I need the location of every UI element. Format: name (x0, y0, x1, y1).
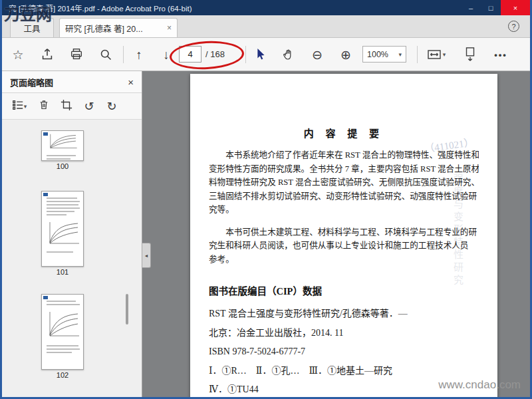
select-tool-button[interactable] (249, 44, 271, 65)
tab-close-icon[interactable]: × (167, 23, 172, 33)
page-scrolling-button[interactable] (458, 44, 482, 65)
print-button[interactable] (66, 44, 87, 65)
search-icon (99, 48, 113, 62)
thumbnail-chart (42, 220, 83, 247)
page-count-label: / 168 (205, 49, 225, 59)
previous-page-button[interactable]: ↑ (128, 44, 150, 65)
crop-pages-button[interactable] (57, 96, 76, 116)
text-line: 料物理特性研究及 RST 混合土密度试验研究、无侧限抗压强度试验研究、 (209, 176, 479, 190)
arrow-up-icon: ↑ (136, 49, 142, 61)
chevron-down-icon: ▾ (443, 51, 446, 58)
thumbnail-options-button[interactable]: ▾ (7, 96, 31, 116)
tab-document[interactable]: 研究 [孔德森 著] 20... × (59, 18, 178, 37)
collapse-arrow-icon: ◄ (144, 253, 149, 258)
rotate-ccw-button[interactable]: ↺ (79, 96, 99, 116)
star-icon: ☆ (12, 49, 23, 61)
content-area: 页面缩略图 × ▾ ↺ ↻ (2, 71, 530, 397)
paragraph-2: 本书可供土木建筑工程、材料科学与工程、环境科学与工程专业的研 究生和科研人员阅读… (209, 225, 479, 267)
minus-circle-icon: ⊖ (312, 49, 323, 61)
hand-icon (281, 47, 295, 62)
page-thumbnails-panel: 页面缩略图 × ▾ ↺ ↻ (2, 71, 142, 397)
window-controls: – □ × (461, 0, 530, 15)
toolbar-separator (417, 46, 418, 63)
share-icon (40, 47, 55, 62)
share-button[interactable] (37, 44, 58, 65)
close-icon: × (513, 4, 517, 12)
panel-title: 页面缩略图 (10, 76, 53, 88)
ellipsis-icon: ••• (494, 50, 507, 60)
more-tools-button[interactable]: ••• (490, 44, 511, 65)
tab-tools-label: 工具 (23, 22, 40, 35)
page-number-input[interactable] (179, 46, 201, 63)
crop-icon (61, 99, 72, 114)
page-scrolling-icon (463, 47, 477, 63)
favorites-button[interactable]: ☆ (7, 44, 29, 65)
thumbnail-page-100[interactable]: 100 (41, 130, 84, 171)
panel-collapse-handle[interactable]: ◄ (142, 243, 151, 268)
thumbnail-page-number: 101 (41, 268, 84, 277)
search-button[interactable] (95, 44, 116, 65)
text-line: 究等。 (209, 203, 479, 217)
zoom-in-button[interactable]: ⊕ (335, 44, 356, 65)
chevron-down-icon: ▾ (398, 51, 402, 58)
text-line: 究生和科研人员阅读，也可供从事以上专业设计和施工的工程技术人员 (209, 239, 479, 253)
pdf-page: 内 容 提 要 本书系统地介绍了作者近年来在 RST 混合土的物理特性、强度特性… (190, 74, 497, 397)
help-icon: ? (511, 23, 515, 31)
toolbar-separator (123, 46, 124, 63)
rotate-cw-button[interactable]: ↻ (102, 96, 122, 116)
panel-scrollbar[interactable] (126, 294, 128, 325)
thumbnail-image (41, 294, 84, 370)
printer-icon (69, 47, 84, 62)
options-list-icon (12, 99, 24, 114)
minimize-icon: – (469, 4, 473, 12)
cip-heading: 图书在版编目（CIP）数据 (209, 283, 479, 297)
plus-circle-icon: ⊕ (340, 49, 351, 61)
hand-tool-button[interactable] (277, 44, 299, 65)
text-line: 参考。 (209, 253, 479, 267)
panel-header: 页面缩略图 × (2, 71, 142, 93)
rotate-ccw-icon: ↺ (84, 100, 94, 112)
document-view: ◄ 内 容 提 要 本书系统地介绍了作者近年来在 RST 混合土的物理特性、强度… (142, 71, 530, 397)
faint-vertical-watermark: 强度与变形特性研究 (451, 174, 465, 287)
trash-icon (38, 98, 50, 114)
chevron-down-icon: ▾ (24, 103, 27, 110)
toolbar-separator (245, 46, 246, 63)
page-number-group: / 168 (179, 46, 225, 63)
thumbnail-page-102[interactable]: 102 (41, 294, 84, 380)
zoom-out-button[interactable]: ⊖ (307, 44, 328, 65)
tab-tools[interactable]: 工具 (10, 18, 54, 37)
text-line: 本书可供土木建筑工程、材料科学与工程、环境科学与工程专业的研 (209, 225, 479, 239)
fit-width-icon (427, 48, 443, 61)
cursor-icon (253, 47, 267, 62)
text-line: Ⅰ．①R… Ⅱ．①孔… Ⅲ．①地基土—研究 (209, 362, 479, 381)
panel-toolbar: ▾ ↺ ↻ (2, 93, 142, 120)
title-bar: 究 [孔德森 著] 2014年.pdf - Adobe Acrobat Pro … (2, 0, 530, 15)
zoom-level-dropdown[interactable]: 100% ▾ (362, 46, 406, 63)
rotate-cw-icon: ↻ (106, 100, 116, 112)
thumbnail-chart (42, 133, 83, 150)
text-line: ISBN 978-7-5024-6777-7 (209, 342, 479, 362)
maximize-icon: □ (489, 4, 493, 12)
thumbnail-page-101[interactable]: 101 (41, 191, 84, 277)
maximize-button[interactable]: □ (481, 0, 501, 15)
main-toolbar: ☆ ↑ ↓ / 168 ⊖ ⊕ 100% ▾ (2, 38, 530, 71)
tab-bar: 工具 研究 [孔德森 著] 20... × ? (2, 15, 530, 38)
text-line: 北京：冶金工业出版社，2014. 11 (209, 324, 479, 343)
thumbnail-page-number: 102 (41, 371, 84, 380)
tab-document-label: 研究 [孔德森 著] 20... (65, 22, 143, 35)
close-button[interactable]: × (501, 0, 530, 15)
thumbnail-image (41, 191, 84, 267)
panel-close-button[interactable]: × (128, 76, 134, 88)
thumbnail-corner-mark (43, 296, 48, 299)
thumbnail-list: 100 101 (2, 120, 142, 397)
minimize-button[interactable]: – (461, 0, 481, 15)
help-button[interactable]: ? (508, 21, 519, 32)
fit-width-button[interactable]: ▾ (422, 44, 450, 65)
thumbnail-corner-mark (43, 193, 48, 196)
page-section-title: 内 容 提 要 (209, 126, 479, 140)
arrow-down-icon: ↓ (163, 49, 170, 61)
delete-pages-button[interactable] (34, 96, 54, 116)
text-line: 三轴固结不排水剪切试验研究、动变形特性试验研究、动强度特性试验研 (209, 190, 479, 203)
thumbnail-image (41, 130, 84, 161)
next-page-button[interactable]: ↓ (156, 44, 177, 65)
